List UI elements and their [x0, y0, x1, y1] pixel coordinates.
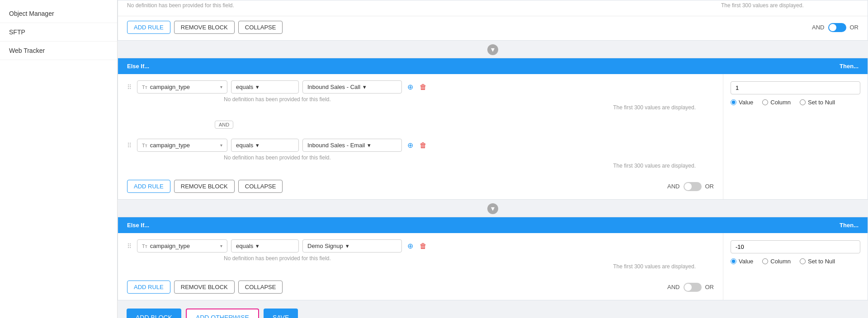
radio-null-1[interactable]: Set to Null: [800, 99, 835, 106]
sidebar-item-web-tracker[interactable]: Web Tracker: [0, 42, 117, 60]
main-content: No definition has been provided for this…: [118, 0, 868, 318]
and-or-toggle-2[interactable]: [684, 283, 702, 292]
or-label-top: OR: [850, 24, 859, 31]
or-label-1: OR: [705, 183, 714, 190]
block-left-2: ⠿ Tт campaign_type ▾ equals ▾ Demo Signu…: [118, 233, 723, 300]
field-type-icon-2-1: Tт: [142, 243, 147, 249]
collapse-button-1[interactable]: COLLAPSE: [238, 180, 283, 193]
field-select-1-2[interactable]: Tт campaign_type ▾: [137, 139, 227, 152]
block-body-2: ⠿ Tт campaign_type ▾ equals ▾ Demo Signu…: [118, 233, 868, 300]
then-panel-2: Value Column Set to Null: [723, 233, 868, 300]
chevron-down-icon-1-2: ▾: [220, 143, 222, 148]
remove-block-button-1[interactable]: REMOVE BLOCK: [174, 180, 235, 193]
drag-handle-1-2[interactable]: ⠿: [127, 142, 132, 149]
field-select-1-1[interactable]: Tт campaign_type ▾: [137, 80, 227, 94]
then-label-1: Then...: [840, 63, 859, 70]
field-type-icon-1-2: Tт: [142, 143, 147, 148]
delete-rule-icon-1-1[interactable]: 🗑: [418, 81, 429, 93]
radio-column-label-1: Column: [770, 99, 791, 106]
collapse-button-2[interactable]: COLLAPSE: [238, 281, 283, 294]
drag-handle-1-1[interactable]: ⠿: [127, 84, 132, 91]
add-rule-button-top[interactable]: ADD RULE: [127, 21, 170, 34]
remove-block-button-2[interactable]: REMOVE BLOCK: [174, 281, 235, 294]
field-name-1-1: campaign_type: [150, 84, 217, 90]
value-select-1-2[interactable]: Inbound Sales - Email ▾: [302, 139, 402, 152]
first-300-right-top: The first 300 values are displayed.: [721, 2, 859, 9]
no-def-hint-2-1: No definition has been provided for this…: [224, 255, 714, 262]
save-button[interactable]: SAVE: [264, 309, 298, 318]
and-label-2: AND: [667, 284, 679, 290]
block-footer-2: ADD RULE REMOVE BLOCK COLLAPSE AND OR: [118, 276, 723, 300]
value-label-2-1: Demo Signup: [307, 243, 343, 249]
add-rule-button-2[interactable]: ADD RULE: [127, 281, 170, 294]
rule-row-1-2: ⠿ Tт campaign_type ▾ equals ▾ Inbound Sa…: [118, 132, 723, 175]
block-footer-1: ADD RULE REMOVE BLOCK COLLAPSE AND OR: [118, 175, 723, 199]
add-block-button[interactable]: ADD BLOCK: [127, 309, 181, 318]
chevron-down-icon: ▾: [491, 45, 495, 55]
no-def-hint-1-1: No definition has been provided for this…: [224, 96, 714, 103]
value-select-2-1[interactable]: Demo Signup ▾: [302, 239, 402, 253]
sidebar: Object Manager SFTP Web Tracker: [0, 0, 118, 318]
chevron-down-icon-op-1-2: ▾: [256, 142, 259, 149]
operator-select-1-2[interactable]: equals ▾: [231, 139, 299, 152]
radio-value-input-1[interactable]: [731, 99, 736, 105]
no-def-left-top: No definition has been provided for this…: [127, 2, 714, 9]
first-300-1-2: The first 300 values are displayed.: [613, 163, 696, 169]
first-300-1-1: The first 300 values are displayed.: [613, 104, 696, 111]
add-rule-icon-1-2[interactable]: ⊕: [406, 139, 415, 151]
add-between-2[interactable]: ▾: [487, 203, 498, 214]
chevron-down-icon-2: ▾: [491, 204, 495, 214]
chevron-down-icon-op-1-1: ▾: [256, 84, 259, 90]
add-between-1[interactable]: ▾: [487, 44, 498, 55]
radio-value-input-2[interactable]: [731, 258, 736, 264]
and-or-toggle-1[interactable]: [684, 182, 702, 191]
radio-value-2[interactable]: Value: [731, 258, 753, 265]
add-rule-button-1[interactable]: ADD RULE: [127, 180, 170, 193]
radio-column-input-2[interactable]: [762, 258, 768, 264]
radio-value-label-2: Value: [739, 258, 753, 265]
value-select-1-1[interactable]: Inbound Sales - Call ▾: [302, 80, 402, 94]
radio-value-1[interactable]: Value: [731, 99, 753, 106]
field-select-2-1[interactable]: Tт campaign_type ▾: [137, 239, 227, 253]
operator-select-1-1[interactable]: equals ▾: [231, 80, 299, 94]
radio-value-label-1: Value: [739, 99, 753, 106]
chevron-down-icon-val-2-1: ▾: [346, 243, 349, 249]
delete-rule-icon-1-2[interactable]: 🗑: [418, 140, 429, 151]
radio-null-label-1: Set to Null: [808, 99, 835, 106]
add-circle-2: ▾: [118, 201, 868, 217]
radio-null-2[interactable]: Set to Null: [800, 258, 835, 265]
radio-column-input-1[interactable]: [762, 99, 768, 105]
radio-null-label-2: Set to Null: [808, 258, 835, 265]
sidebar-item-object-manager[interactable]: Object Manager: [0, 5, 117, 23]
remove-block-button-top[interactable]: REMOVE BLOCK: [174, 21, 235, 34]
block-left-1: ⠿ Tт campaign_type ▾ equals ▾ Inbound Sa…: [118, 74, 723, 199]
delete-rule-icon-2-1[interactable]: 🗑: [418, 240, 429, 252]
drag-handle-2-1[interactable]: ⠿: [127, 243, 132, 250]
add-rule-icon-2-1[interactable]: ⊕: [406, 240, 415, 252]
value-label-1-2: Inbound Sales - Email: [307, 142, 365, 149]
value-label-1-1: Inbound Sales - Call: [307, 84, 360, 90]
logic-toggle-1: AND OR: [667, 182, 714, 191]
radio-null-input-1[interactable]: [800, 99, 806, 105]
else-if-label-2: Else If...: [127, 222, 149, 229]
and-badge-1: AND: [215, 121, 233, 129]
radio-column-1[interactable]: Column: [762, 99, 791, 106]
sidebar-item-sftp[interactable]: SFTP: [0, 23, 117, 42]
field-name-2-1: campaign_type: [150, 243, 217, 249]
radio-column-label-2: Column: [770, 258, 791, 265]
radio-group-1: Value Column Set to Null: [731, 99, 860, 106]
action-bar: ADD BLOCK ADD OTHERWISE SAVE: [118, 301, 868, 318]
then-value-input-1[interactable]: [731, 81, 860, 94]
radio-null-input-2[interactable]: [800, 258, 806, 264]
rule-actions-1-2: ⊕ 🗑: [406, 139, 429, 151]
radio-column-2[interactable]: Column: [762, 258, 791, 265]
add-otherwise-button[interactable]: ADD OTHERWISE: [186, 309, 259, 318]
and-or-toggle-top[interactable]: [828, 23, 846, 32]
then-value-input-2[interactable]: [731, 240, 860, 253]
logic-toggle-top: AND OR: [812, 23, 859, 32]
and-label-1: AND: [667, 183, 679, 190]
operator-select-2-1[interactable]: equals ▾: [231, 239, 299, 253]
rule-actions-2-1: ⊕ 🗑: [406, 240, 429, 252]
add-rule-icon-1-1[interactable]: ⊕: [406, 81, 415, 93]
collapse-button-top[interactable]: COLLAPSE: [238, 21, 283, 34]
